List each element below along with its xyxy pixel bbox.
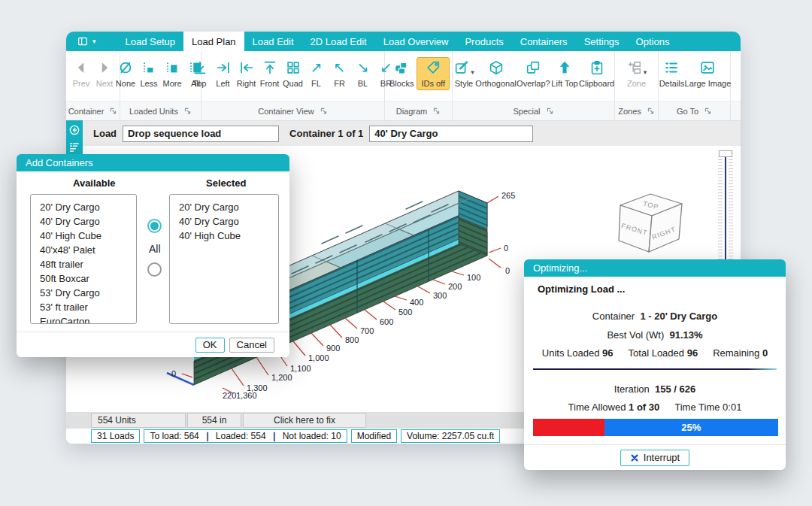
group-label-loaded-units: Loaded Units xyxy=(120,101,201,120)
selected-listbox[interactable]: 20' Dry Cargo 40' Dry Cargo 40' High Cub… xyxy=(169,194,279,324)
list-item[interactable]: 40'x48' Palet xyxy=(31,243,136,257)
tree-list-icon[interactable] xyxy=(68,141,80,153)
dialog-launcher-icon[interactable] xyxy=(109,107,117,115)
dialog-title-bar[interactable]: Optimizing... xyxy=(524,259,786,277)
axis-label: 900 xyxy=(326,344,340,353)
units-cell[interactable]: 554 Units xyxy=(91,413,186,428)
ribbon-item-zone[interactable]: ▾ Zone xyxy=(624,57,650,90)
ribbon-spacer xyxy=(731,51,741,120)
arrow-to-bottom-icon xyxy=(192,59,208,76)
tab-load-plan[interactable]: Load Plan xyxy=(183,32,244,51)
list-item[interactable]: 40' High Cube xyxy=(31,229,136,243)
axis-label: 700 xyxy=(360,326,374,335)
list-item[interactable]: EuroCarton xyxy=(31,314,136,324)
container-input[interactable] xyxy=(369,126,533,142)
dialog-launcher-icon[interactable] xyxy=(320,107,328,115)
list-item[interactable]: 50ft Boxcar xyxy=(31,271,136,286)
ribbon-item-ids-off[interactable]: IDs off xyxy=(417,57,450,90)
list-item[interactable]: 20' Dry Cargo xyxy=(170,200,278,214)
ribbon-item-fl[interactable]: ↗ FL xyxy=(305,57,328,90)
ribbon-item-details[interactable]: Details xyxy=(659,57,685,90)
units-loaded-value: 96 xyxy=(602,347,613,359)
dialog-launcher-icon[interactable] xyxy=(546,107,554,115)
axis-label: 0 xyxy=(505,266,510,275)
container-value: 1 - 20' Dry Cargo xyxy=(640,311,717,322)
app-menu-button[interactable]: ▾ xyxy=(66,32,104,51)
ribbon-item-blocks[interactable]: Blocks xyxy=(387,57,416,90)
back-circle-icon[interactable] xyxy=(68,124,80,136)
tab-load-setup[interactable]: Load Setup xyxy=(117,32,184,51)
list-item[interactable]: 40' Dry Cargo xyxy=(170,214,278,229)
ribbon-item-overlap[interactable]: Overlap? xyxy=(517,57,550,90)
ribbon-item-more[interactable]: More xyxy=(161,57,183,90)
up-arrow-icon xyxy=(556,59,573,76)
zone-icon xyxy=(626,59,643,76)
axis-label: 265 xyxy=(501,191,515,200)
ribbon-item-lift-top[interactable]: Lift Top xyxy=(551,57,579,90)
ribbon-item-less[interactable]: Less xyxy=(138,57,160,90)
dialog-launcher-icon[interactable] xyxy=(704,107,712,115)
units-in-cell[interactable]: 554 in xyxy=(187,413,241,428)
ribbon-item-top[interactable]: Top xyxy=(189,57,211,90)
tab-load-overview[interactable]: Load Overview xyxy=(375,32,457,51)
axis-label: 1,100 xyxy=(290,364,311,373)
none-radio[interactable] xyxy=(147,262,162,277)
fix-cell[interactable]: Click here to fix xyxy=(243,413,366,428)
window-layout-icon xyxy=(77,35,89,47)
list-item[interactable]: 20' Dry Cargo xyxy=(31,200,136,214)
ribbon-item-prev[interactable]: Prev xyxy=(70,57,92,90)
tab-2d-load-edit[interactable]: 2D Load Edit xyxy=(302,32,375,51)
load-input[interactable] xyxy=(123,126,279,142)
ribbon-item-right[interactable]: Right xyxy=(235,57,258,90)
ribbon-item-next[interactable]: Next xyxy=(93,57,116,90)
ribbon-item-left[interactable]: Left xyxy=(212,57,235,90)
slider-thumb[interactable] xyxy=(719,150,732,157)
axis-label: 400 xyxy=(410,298,423,307)
axis-label: 1,360 xyxy=(236,391,257,400)
arrow-to-top-icon xyxy=(262,59,278,76)
all-radio-selected[interactable] xyxy=(147,219,162,233)
x-icon xyxy=(630,453,639,462)
tab-products[interactable]: Products xyxy=(456,32,511,51)
ribbon-item-quad[interactable]: Quad xyxy=(282,57,304,90)
axis-label: 800 xyxy=(345,335,359,344)
dialog-launcher-icon[interactable] xyxy=(432,107,441,115)
ribbon-item-none[interactable]: None xyxy=(114,57,137,90)
units-line: Units Loaded 96 Total Loaded 96 Remainin… xyxy=(524,347,786,359)
list-item[interactable]: 40' High Cube xyxy=(170,229,278,243)
ribbon-group-special: ▾ Style Orthogonal Overlap? Lift Top xyxy=(453,51,615,120)
tab-settings[interactable]: Settings xyxy=(576,32,628,51)
available-listbox[interactable]: 20' Dry Cargo 40' Dry Cargo 40' High Cub… xyxy=(30,194,137,324)
ribbon-item-large-image[interactable]: Large Image xyxy=(686,57,730,90)
ribbon-item-bl[interactable]: ↘ BL xyxy=(352,57,374,90)
dialog-launcher-icon[interactable] xyxy=(183,107,192,115)
ribbon-item-clipboard[interactable]: Clipboard xyxy=(579,57,614,90)
dialog-title-bar[interactable]: Add Containers xyxy=(17,154,289,171)
list-item[interactable]: 40' Dry Cargo xyxy=(31,214,136,229)
more-icon xyxy=(164,59,180,76)
prev-icon xyxy=(73,59,89,76)
list-item[interactable]: 53' Dry Cargo xyxy=(31,286,136,300)
tab-load-edit[interactable]: Load Edit xyxy=(244,32,302,51)
dialog-title: Add Containers xyxy=(26,157,93,168)
progress-bar-red xyxy=(533,419,604,436)
group-label-go-to: Go To xyxy=(659,101,730,120)
add-containers-dialog: Add Containers Available Selected 20' Dr… xyxy=(17,154,289,357)
ribbon-item-style[interactable]: ▾ Style xyxy=(453,57,475,90)
tab-containers[interactable]: Containers xyxy=(512,32,576,51)
cancel-button[interactable]: Cancel xyxy=(229,338,274,353)
clipboard-icon xyxy=(589,59,605,76)
status-loads: 31 Loads xyxy=(91,429,140,443)
ok-button[interactable]: OK xyxy=(195,338,225,353)
image-icon xyxy=(699,59,716,76)
tab-options[interactable]: Options xyxy=(628,32,678,51)
ribbon-item-orthogonal[interactable]: Orthogonal xyxy=(476,57,516,90)
interrupt-button[interactable]: Interrupt xyxy=(620,450,689,466)
list-item[interactable]: 53' ft trailer xyxy=(31,300,136,314)
ribbon-item-fr[interactable]: ↖ FR xyxy=(329,57,351,90)
list-item[interactable]: 48ft trailer xyxy=(31,257,136,271)
group-label-special: Special xyxy=(453,101,614,120)
axis-label: 0 xyxy=(504,244,508,253)
ribbon-item-front[interactable]: Front xyxy=(259,57,281,90)
dialog-launcher-icon[interactable] xyxy=(647,107,655,115)
